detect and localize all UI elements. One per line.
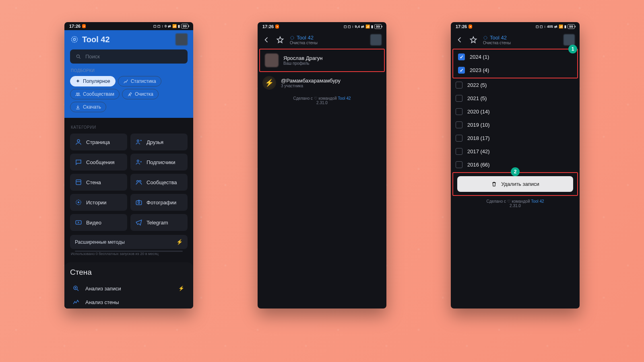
category-communities[interactable]: Сообщества [130,174,188,191]
sheet-analyze-wall[interactable]: Анализ стены [70,295,188,309]
communities-icon [135,179,142,186]
trash-icon [491,181,497,187]
back-icon[interactable] [262,36,270,44]
phone-profile-select: 17:26▪ ◻◻↕9,4⇌📶▮99 Tool 42 Очистка стены… [258,22,386,309]
chip-popular[interactable]: Популярное [70,76,116,86]
checkbox[interactable] [456,121,462,128]
status-bar: 17:26▪ ◻◻↕405⇌📶▮99 [451,22,580,31]
svg-point-5 [78,93,79,94]
chip-cleanup[interactable]: Очистка [122,89,159,99]
category-subscribers[interactable]: Подписчики [130,154,188,171]
phone-main: 17:26 ▪ ◻◻↕ 0 ⇌📶▮ 99 Tool 42 Поиск ПОДБО… [64,22,193,309]
section-podborki: ПОДБОРКИ [71,68,187,73]
notification-badge: ▪ [82,24,86,28]
svg-point-7 [137,140,139,142]
status-bar: 17:26 ▪ ◻◻↕ 0 ⇌📶▮ 99 [64,22,193,30]
avatar[interactable] [564,34,575,45]
analyze-wall-icon [72,298,80,306]
group-sub: 3 участника [281,84,341,88]
svg-point-11 [137,181,139,183]
checkbox-checked[interactable] [458,67,465,74]
year-row-2021[interactable]: 2021 (5) [451,92,580,105]
category-friends[interactable]: Друзья [130,134,188,150]
heart-icon: ♡ [507,199,511,204]
chip-stats[interactable]: Статистика [118,76,161,86]
year-row-2017[interactable]: 2017 (42) [451,145,580,158]
category-telegram[interactable]: Telegram [130,214,188,231]
chart-icon [123,79,128,84]
svg-point-23 [484,36,487,39]
footer-link[interactable]: Tool 42 [531,199,544,204]
sheet-analyze-post[interactable]: Анализ записи⚡ [70,282,188,295]
svg-point-8 [137,160,139,162]
checkbox[interactable] [456,135,462,142]
profile-name: Ярослав Драгун [283,55,322,61]
profile-sub: Ваш профиль [283,61,322,66]
svg-point-4 [76,93,78,94]
footer-version: 2.31.0 [316,101,328,105]
year-row-2022[interactable]: 2022 (5) [451,78,580,92]
category-messages[interactable]: Сообщения [70,154,127,171]
svg-rect-15 [136,201,142,205]
profile-row-self[interactable]: Ярослав Драгун Ваш профиль [259,49,385,72]
usage-text: Использовано 0 бесплатных запусков из 20… [70,252,188,256]
year-row-2024[interactable]: 2024 (1) [453,50,577,64]
advanced-methods[interactable]: Расширенные методы ⚡ [70,235,188,249]
svg-point-6 [77,140,80,142]
chip-communities[interactable]: Сообществам [70,89,120,99]
back-icon[interactable] [456,36,464,44]
group-name: @Рамамбахарамамбуру [281,78,341,84]
star-icon[interactable] [469,36,477,44]
category-wall[interactable]: Стена [70,174,127,191]
bottom-sheet-wall: Стена Анализ записи⚡ Анализ стены Очистк… [64,262,193,309]
status-icons: ◻◻↕ 0 ⇌📶▮ 99 [153,24,188,29]
avatar[interactable] [370,34,382,45]
category-page[interactable]: Страница [70,134,127,150]
search-icon [76,54,81,60]
checkbox[interactable] [456,95,462,102]
search-placeholder: Поиск [85,53,100,60]
header-app-name: Tool 42 [483,35,511,41]
year-row-2020[interactable]: 2020 (14) [451,105,580,118]
wall-icon [75,179,82,186]
svg-point-12 [139,181,141,183]
profile-avatar [265,53,279,67]
checkbox[interactable] [456,148,462,155]
checkbox[interactable] [456,161,462,168]
section-categories: КАТЕГОРИИ [71,125,187,130]
category-photos[interactable]: Фотографии [130,194,188,211]
search-input[interactable]: Поиск [70,49,188,64]
footer-link[interactable]: Tool 42 [338,96,351,101]
category-stories[interactable]: Истории [70,194,127,211]
svg-rect-9 [76,180,81,185]
sub-header: Tool 42 Очистка стены [258,31,386,49]
svg-line-3 [79,57,80,58]
group-avatar: ⚡ [262,76,276,90]
telegram-icon [135,219,142,226]
delete-button[interactable]: Удалить записи [457,176,573,192]
star-icon[interactable] [276,36,284,44]
sub-header: Tool 42 Очистка стены [451,31,580,49]
year-row-2018[interactable]: 2018 (17) [451,132,580,145]
checkbox[interactable] [456,82,462,88]
analyze-post-icon [72,285,80,292]
sheet-title: Стена [70,268,188,277]
checkbox[interactable] [456,108,462,115]
year-row-2023[interactable]: 2023 (4) [453,64,577,77]
app-logo-icon [290,35,295,40]
category-video[interactable]: Видео [70,214,127,231]
bolt-icon: ⚡ [178,286,184,291]
svg-point-22 [291,36,294,39]
battery-icon: 99 [181,24,188,29]
download-icon [75,105,80,110]
checkbox-checked[interactable] [458,53,465,60]
subscribers-icon [135,158,142,166]
heart-icon: ♡ [314,96,318,101]
chip-download[interactable]: Скачать [70,102,106,112]
friends-icon [135,138,142,146]
profile-row-group[interactable]: ⚡ @Рамамбахарамамбуру 3 участника [258,72,386,94]
avatar[interactable] [175,33,188,45]
year-row-2019[interactable]: 2019 (10) [451,118,580,132]
svg-point-16 [138,202,140,204]
step-badge-1: 1 [568,45,577,53]
